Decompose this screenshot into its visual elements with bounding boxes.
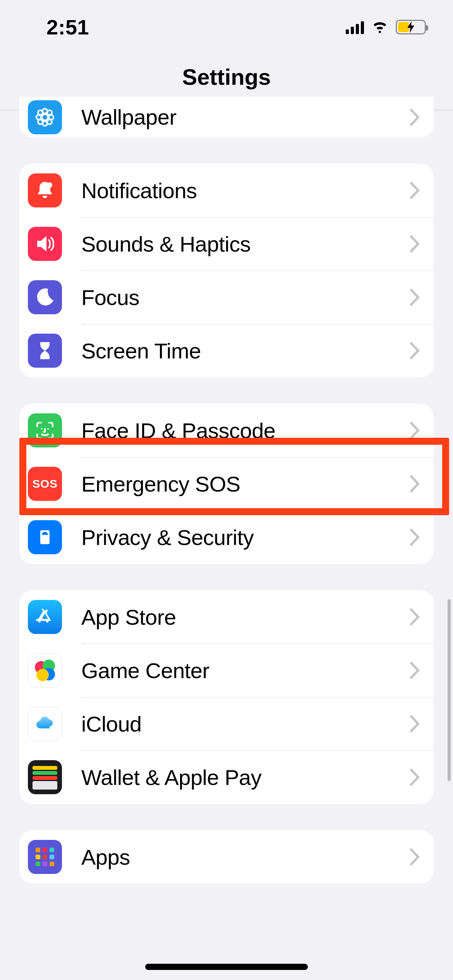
chevron-right-icon xyxy=(410,342,420,360)
settings-row-notifications[interactable]: Notifications xyxy=(19,164,434,217)
wallpaper-icon xyxy=(28,100,62,134)
settings-row-wallet[interactable]: Wallet & Apple Pay xyxy=(19,750,434,804)
settings-row-icloud[interactable]: iCloud xyxy=(19,697,434,750)
svg-point-0 xyxy=(42,114,48,120)
sounds-icon xyxy=(28,227,62,261)
chevron-right-icon xyxy=(410,848,420,866)
row-label: Screen Time xyxy=(81,338,410,363)
row-label: App Store xyxy=(81,605,410,630)
row-label: Notifications xyxy=(81,178,410,203)
page-title: Settings xyxy=(0,64,453,90)
settings-group: Wallpaper xyxy=(19,97,434,137)
status-time: 2:51 xyxy=(46,15,89,39)
focus-icon xyxy=(28,280,62,314)
settings-group: Face ID & Passcode SOS Emergency SOS Pri… xyxy=(19,404,434,564)
row-label: Privacy & Security xyxy=(81,525,410,550)
sos-text: SOS xyxy=(33,477,58,490)
chevron-right-icon xyxy=(410,108,420,126)
svg-point-11 xyxy=(47,428,49,430)
settings-row-privacy[interactable]: Privacy & Security xyxy=(19,511,434,564)
chevron-right-icon xyxy=(410,421,420,439)
settings-row-sounds[interactable]: Sounds & Haptics xyxy=(19,217,434,271)
svg-point-10 xyxy=(41,428,43,430)
chevron-right-icon xyxy=(410,288,420,306)
settings-group: Notifications Sounds & Haptics Focus Scr… xyxy=(19,164,434,377)
appstore-icon xyxy=(28,600,62,634)
settings-row-screentime[interactable]: Screen Time xyxy=(19,324,434,377)
wifi-icon xyxy=(371,19,389,35)
charging-icon xyxy=(397,21,425,33)
settings-group: App Store Game Center iCloud xyxy=(19,590,434,804)
settings-row-apps[interactable]: Apps xyxy=(19,830,434,884)
svg-point-9 xyxy=(47,182,52,188)
faceid-icon xyxy=(28,413,62,447)
svg-point-5 xyxy=(38,110,43,115)
svg-point-7 xyxy=(38,120,43,124)
chevron-right-icon xyxy=(410,235,420,253)
settings-row-wallpaper[interactable]: Wallpaper xyxy=(19,97,434,137)
row-label: Emergency SOS xyxy=(81,471,410,497)
svg-point-6 xyxy=(47,110,52,115)
scroll-indicator xyxy=(448,599,451,781)
icloud-icon xyxy=(28,707,62,741)
screentime-icon xyxy=(28,334,62,368)
chevron-right-icon xyxy=(410,475,420,493)
row-label: Wallpaper xyxy=(81,105,410,130)
settings-row-faceid[interactable]: Face ID & Passcode xyxy=(19,404,434,457)
row-label: Sounds & Haptics xyxy=(81,231,410,257)
settings-row-appstore[interactable]: App Store xyxy=(19,590,434,644)
battery-icon xyxy=(396,20,426,34)
svg-point-8 xyxy=(47,120,52,124)
home-indicator xyxy=(145,964,308,970)
chevron-right-icon xyxy=(410,608,420,626)
row-label: Focus xyxy=(81,285,410,310)
apps-icon xyxy=(28,840,62,874)
settings-row-sos[interactable]: SOS Emergency SOS xyxy=(19,457,434,511)
chevron-right-icon xyxy=(410,182,420,199)
privacy-icon xyxy=(28,520,62,554)
wallet-icon xyxy=(28,760,62,794)
notifications-icon xyxy=(28,173,62,207)
chevron-right-icon xyxy=(410,528,420,546)
row-label: iCloud xyxy=(81,711,410,737)
chevron-right-icon xyxy=(410,661,420,679)
settings-group: Apps xyxy=(19,830,434,884)
gamecenter-icon xyxy=(28,653,62,687)
row-label: Apps xyxy=(81,845,410,870)
settings-row-focus[interactable]: Focus xyxy=(19,271,434,324)
row-label: Face ID & Passcode xyxy=(81,418,410,443)
chevron-right-icon xyxy=(410,768,420,786)
settings-list[interactable]: Wallpaper Notifications Sounds & Haptics… xyxy=(0,110,453,980)
sos-icon: SOS xyxy=(28,467,62,501)
chevron-right-icon xyxy=(410,715,420,733)
settings-row-gamecenter[interactable]: Game Center xyxy=(19,644,434,697)
row-label: Wallet & Apple Pay xyxy=(81,765,410,790)
status-bar: 2:51 xyxy=(0,0,453,54)
row-label: Game Center xyxy=(81,658,410,683)
cellular-icon xyxy=(346,20,364,34)
status-icons xyxy=(346,19,426,35)
